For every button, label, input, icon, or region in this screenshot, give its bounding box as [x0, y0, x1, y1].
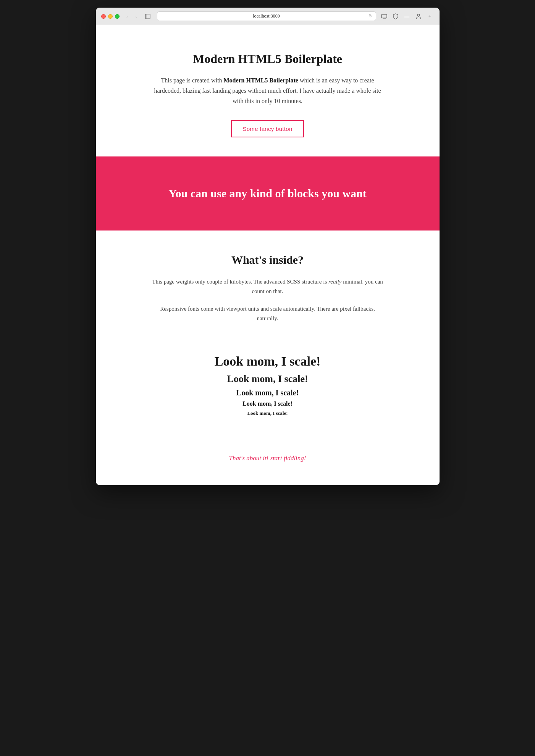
new-tab-icon[interactable]: + — [426, 12, 434, 21]
svg-rect-2 — [381, 15, 387, 18]
whats-inside-paragraph-1: This page weights only couple of kilobyt… — [149, 277, 386, 297]
footer-link[interactable]: That's about it! start fiddling! — [229, 455, 306, 462]
hero-title: Modern HTML5 Boilerplate — [153, 52, 382, 66]
page-content: Modern HTML5 Boilerplate This page is cr… — [96, 25, 440, 485]
url-text: localhost:3000 — [253, 13, 280, 19]
scale-h2: Look mom, I scale! — [149, 373, 386, 385]
whats-inside-title: What's inside? — [149, 253, 386, 266]
traffic-light-yellow[interactable] — [108, 14, 113, 19]
footer-section: That's about it! start fiddling! — [96, 443, 440, 485]
shield-icon[interactable] — [391, 12, 400, 21]
scale-h4: Look mom, I scale! — [149, 400, 386, 407]
svg-point-4 — [417, 14, 420, 16]
browser-nav: ‹ › — [123, 13, 140, 20]
scale-h3: Look mom, I scale! — [149, 388, 386, 397]
address-bar[interactable]: localhost:3000 ↻ — [157, 11, 376, 21]
scale-section: Look mom, I scale! Look mom, I scale! Lo… — [96, 347, 440, 443]
scale-h1: Look mom, I scale! — [149, 354, 386, 369]
hero-section: Modern HTML5 Boilerplate This page is cr… — [96, 25, 440, 156]
reload-icon[interactable]: ↻ — [369, 13, 373, 19]
description-bold: Modern HTML5 Boilerplate — [223, 77, 298, 84]
forward-button[interactable]: › — [133, 13, 140, 20]
sidebar-button[interactable] — [144, 13, 152, 20]
traffic-lights — [101, 14, 120, 19]
browser-window: ‹ › localhost:3000 ↻ — [96, 8, 440, 485]
person-icon[interactable] — [414, 12, 423, 21]
whats-inside-section: What's inside? This page weights only co… — [96, 231, 440, 347]
description-text-1: This page is created with — [161, 77, 223, 84]
traffic-light-green[interactable] — [115, 14, 120, 19]
back-button[interactable]: ‹ — [123, 13, 131, 20]
paragraph1-before: This page weights only couple of kilobyt… — [152, 279, 328, 285]
screen-share-icon[interactable] — [380, 12, 388, 21]
browser-actions: — + — [380, 12, 434, 21]
whats-inside-paragraph-2: Responsive fonts come with viewport unit… — [149, 304, 386, 324]
pink-block-section: You can use any kind of blocks you want — [96, 156, 440, 231]
svg-rect-0 — [145, 14, 150, 19]
browser-chrome: ‹ › localhost:3000 ↻ — [96, 8, 440, 25]
hero-description: This page is created with Modern HTML5 B… — [153, 75, 382, 106]
paragraph1-italic: really — [328, 279, 341, 285]
minimize-icon[interactable]: — — [403, 12, 411, 21]
traffic-light-red[interactable] — [101, 14, 106, 19]
fancy-button[interactable]: Some fancy button — [231, 120, 304, 137]
scale-h5: Look mom, I scale! — [149, 410, 386, 416]
pink-block-title: You can use any kind of blocks you want — [111, 187, 424, 200]
